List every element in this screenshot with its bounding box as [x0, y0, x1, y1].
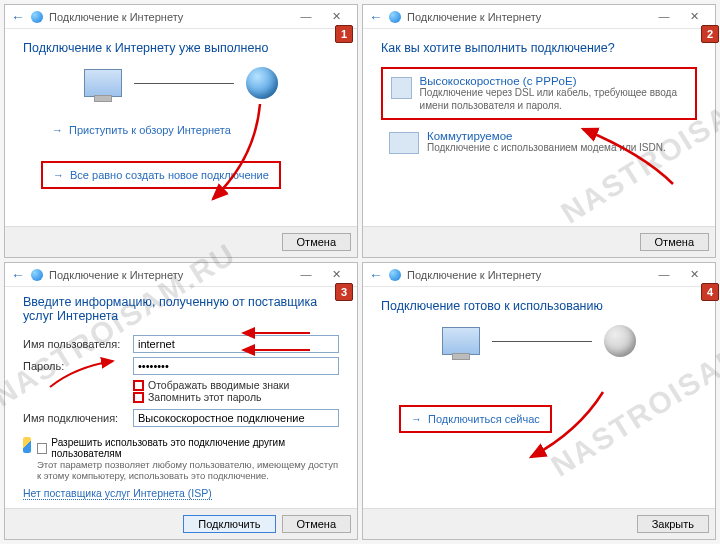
close-icon[interactable]: ✕ [321, 268, 351, 281]
footer: Отмена [5, 226, 357, 257]
close-button[interactable]: Закрыть [637, 515, 709, 533]
titlebar: ← Подключение к Интернету —✕ [363, 263, 715, 287]
window-title: Подключение к Интернету [49, 269, 183, 281]
footer: Подключить Отмена [5, 508, 357, 539]
close-icon[interactable]: ✕ [321, 10, 351, 23]
minimize-icon[interactable]: — [649, 10, 679, 23]
cancel-button[interactable]: Отмена [282, 233, 351, 251]
panel-heading: Как вы хотите выполнить подключение? [381, 41, 697, 55]
password-input[interactable] [133, 357, 339, 375]
panel-heading: Подключение готово к использованию [381, 299, 697, 313]
step-badge-4: 4 [701, 283, 719, 301]
step-badge-3: 3 [335, 283, 353, 301]
back-icon[interactable]: ← [369, 267, 383, 283]
computer-icon [84, 69, 122, 97]
username-label: Имя пользователя: [23, 338, 133, 350]
back-icon[interactable]: ← [369, 9, 383, 25]
cancel-button[interactable]: Отмена [282, 515, 351, 533]
window-title: Подключение к Интернету [407, 269, 541, 281]
remember-checkbox[interactable]: Запомнить этот пароль [133, 391, 339, 403]
titlebar: ← Подключение к Интернету —✕ [5, 263, 357, 287]
minimize-icon[interactable]: — [649, 268, 679, 281]
close-icon[interactable]: ✕ [679, 10, 709, 23]
window-4: 4 NASTROISAM.RU ← Подключение к Интернет… [362, 262, 716, 540]
window-title: Подключение к Интернету [49, 11, 183, 23]
connect-now-link[interactable]: → Подключиться сейчас [399, 405, 552, 433]
close-icon[interactable]: ✕ [679, 268, 709, 281]
titlebar: ← Подключение к Интернету —✕ [5, 5, 357, 29]
browse-internet-link[interactable]: → Приступить к обзору Интернета [41, 117, 242, 143]
panel-heading: Введите информацию, полученную от постав… [23, 295, 339, 323]
app-icon [31, 11, 43, 23]
step-badge-1: 1 [335, 25, 353, 43]
minimize-icon[interactable]: — [291, 268, 321, 281]
computer-icon [442, 327, 480, 355]
username-input[interactable] [133, 335, 339, 353]
window-1: 1 ← Подключение к Интернету —✕ Подключен… [4, 4, 358, 258]
show-chars-checkbox[interactable]: Отображать вводимые знаки [133, 379, 339, 391]
step-badge-2: 2 [701, 25, 719, 43]
window-2: 2 NASTROISAM.RU ← Подключение к Интернет… [362, 4, 716, 258]
app-icon [31, 269, 43, 281]
globe-icon [246, 67, 278, 99]
app-icon [389, 269, 401, 281]
app-icon [389, 11, 401, 23]
footer: Закрыть [363, 508, 715, 539]
no-isp-link[interactable]: Нет поставщика услуг Интернета (ISP) [23, 487, 212, 500]
back-icon[interactable]: ← [11, 9, 25, 25]
connection-name-label: Имя подключения: [23, 412, 133, 424]
connection-diagram [23, 67, 339, 99]
create-connection-link[interactable]: → Все равно создать новое подключение [41, 161, 281, 189]
titlebar: ← Подключение к Интернету —✕ [363, 5, 715, 29]
back-icon[interactable]: ← [11, 267, 25, 283]
window-title: Подключение к Интернету [407, 11, 541, 23]
footer: Отмена [363, 226, 715, 257]
option-dialup[interactable]: Коммутируемое Подключение с использовани… [381, 124, 697, 161]
modem-icon [391, 77, 412, 99]
connection-diagram [381, 325, 697, 357]
panel-heading: Подключение к Интернету уже выполнено [23, 41, 339, 55]
option-pppoe[interactable]: Высокоскоростное (с PPPoE) Подключение ч… [381, 67, 697, 120]
globe-icon [604, 325, 636, 357]
connect-button[interactable]: Подключить [183, 515, 275, 533]
allow-others-checkbox[interactable] [37, 443, 47, 454]
connection-name-input[interactable] [133, 409, 339, 427]
window-3: 3 NASTROISAM.RU ← Подключение к Интернет… [4, 262, 358, 540]
password-label: Пароль: [23, 360, 133, 372]
cancel-button[interactable]: Отмена [640, 233, 709, 251]
phone-icon [389, 132, 419, 154]
minimize-icon[interactable]: — [291, 10, 321, 23]
shield-icon [23, 437, 31, 453]
